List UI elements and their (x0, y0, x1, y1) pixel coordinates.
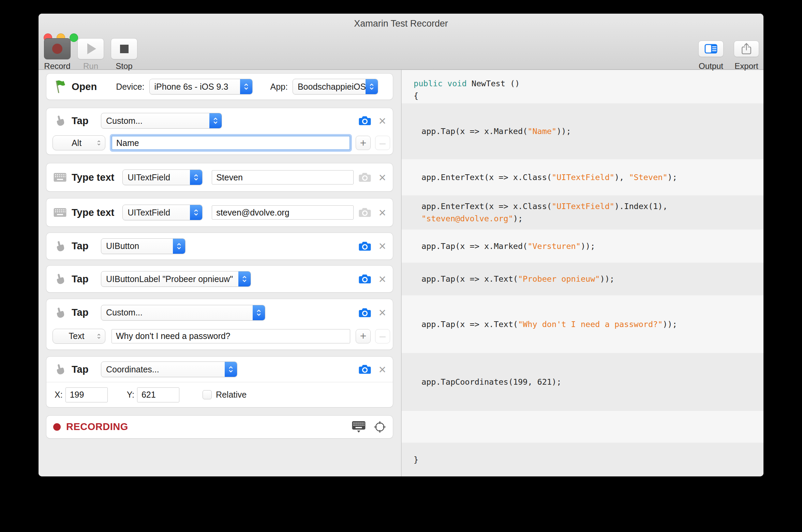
remove-predicate-button[interactable]: – (375, 329, 390, 343)
type-text-value-input[interactable] (212, 170, 354, 184)
record-label: Record (44, 61, 70, 71)
tap-buttonlabel-selector-select[interactable]: UIButtonLabel "Probeer opnieuw" (101, 271, 251, 287)
tap-text-card: Tap Custom... (46, 299, 393, 350)
code-band-type-email: app.EnterText(x => x.Class("UITextField"… (402, 195, 763, 230)
toolbar-right: Output Export (698, 38, 759, 71)
tap-hand-icon (53, 363, 67, 375)
code-band-tap-name: app.Tap(x => x.Marked("Name")); (402, 103, 763, 159)
flag-icon (53, 80, 67, 93)
delete-step-button[interactable]: × (378, 240, 386, 252)
screenshot-camera-button[interactable] (359, 308, 371, 318)
code-band-tap-coords: app.TapCoordinates(199, 621); (402, 353, 763, 411)
run-button[interactable] (77, 38, 104, 59)
stepper-arrows-icon (190, 170, 202, 185)
delete-step-button[interactable]: × (378, 206, 386, 219)
open-step-card: Open Device: iPhone 6s - iOS 9.3 App: Bo… (46, 74, 393, 100)
content: Open Device: iPhone 6s - iOS 9.3 App: Bo… (39, 70, 763, 476)
tap-name-selector-select[interactable]: Custom... (101, 113, 222, 129)
code-band-tap-text: app.Tap(x => x.Text("Why don't I need a … (402, 295, 763, 353)
step-action-label: Tap (72, 115, 93, 127)
code-band-type-first: app.EnterText(x => x.Class("UITextField"… (402, 159, 763, 195)
step-row-tap-button: Tap UIButton × (39, 230, 763, 263)
screenshot-camera-button[interactable] (359, 364, 371, 374)
tap-button-card: Tap UIButton × (46, 233, 393, 260)
x-label: X: (55, 390, 63, 400)
screenshot-camera-button-disabled[interactable] (359, 207, 371, 218)
step-row-type-first: Type text UITextField (39, 159, 763, 195)
add-predicate-button[interactable]: + (356, 329, 371, 343)
stepper-arrows-icon (225, 362, 237, 377)
y-coordinate-input[interactable] (137, 387, 179, 402)
stop-icon (120, 45, 129, 53)
tap-buttonlabel-card: Tap UIButtonLabel "Probeer opnieuw" (46, 266, 393, 292)
stop-label: Stop (116, 61, 132, 71)
type-first-card: Type text UITextField (46, 163, 393, 191)
step-action-label: Tap (72, 274, 93, 285)
stepper-arrows-icon (366, 79, 378, 94)
screenshot-camera-button[interactable] (359, 241, 371, 251)
step-row-tap-name: Tap Custom... (39, 103, 763, 159)
export-button[interactable] (734, 41, 759, 57)
remove-predicate-button[interactable]: – (375, 136, 390, 150)
delete-step-button[interactable]: × (378, 363, 386, 376)
step-row-open: Open Device: iPhone 6s - iOS 9.3 App: Bo… (39, 70, 763, 103)
stepper-arrows-icon (238, 271, 251, 286)
screenshot-camera-button-disabled[interactable] (359, 172, 371, 182)
step-action-label: Type text (72, 207, 114, 218)
delete-step-button[interactable]: × (378, 273, 386, 285)
tap-coords-selector-select[interactable]: Coordinates... (101, 361, 237, 377)
step-row-tap-buttonlabel: Tap UIButtonLabel "Probeer opnieuw" (39, 263, 763, 295)
keyboard-icon (53, 173, 67, 182)
window-title: Xamarin Test Recorder (39, 18, 763, 29)
device-select[interactable]: iPhone 6s - iOS 9.3 (149, 79, 253, 94)
tap-hand-icon (53, 307, 67, 319)
record-button[interactable] (44, 38, 71, 59)
step-action-label: Tap (72, 307, 93, 318)
export-label: Export (734, 61, 758, 71)
tap-button-selector-select[interactable]: UIButton (101, 238, 185, 254)
stepper-arrows-icon (209, 113, 222, 128)
tap-hand-icon (53, 273, 67, 285)
code-band-tap-button: app.Tap(x => x.Marked("Versturen")); (402, 230, 763, 263)
step-row-tap-text: Tap Custom... (39, 295, 763, 353)
type-email-selector-select[interactable]: UITextField (122, 205, 203, 220)
device-label: Device: (116, 82, 144, 92)
attribute-value-input[interactable] (112, 329, 350, 343)
stepper-arrows-icon (240, 79, 252, 94)
step-row-tap-coords: Tap Coordinates... (39, 353, 763, 411)
closing-row: } (39, 443, 763, 476)
step-row-type-email: Type text UITextField (39, 195, 763, 230)
tap-hand-icon (53, 115, 67, 127)
attribute-value-input[interactable] (112, 136, 350, 150)
tap-coords-card: Tap Coordinates... (46, 357, 393, 407)
recording-dot-icon (53, 423, 61, 431)
delete-step-button[interactable]: × (378, 171, 386, 184)
step-action-label: Type text (72, 172, 114, 183)
type-first-selector-select[interactable]: UITextField (122, 169, 203, 185)
tap-text-selector-select[interactable]: Custom... (101, 305, 265, 321)
y-label: Y: (127, 390, 134, 400)
stop-button[interactable] (111, 38, 137, 59)
screenshot-camera-button[interactable] (359, 274, 371, 284)
crosshair-target-button[interactable] (374, 421, 386, 433)
attribute-select[interactable]: Alt (53, 135, 105, 150)
delete-step-button[interactable]: × (378, 115, 386, 127)
type-email-card: Type text UITextField (46, 198, 393, 226)
screenshot-camera-button[interactable] (359, 116, 371, 126)
app-select[interactable]: BoodschappieiOS [1… (293, 79, 378, 94)
code-band-tap-buttonlabel: app.Tap(x => x.Text("Probeer opnieuw")); (402, 263, 763, 295)
tap-name-card: Tap Custom... (46, 108, 393, 154)
type-text-value-input[interactable] (212, 205, 354, 220)
add-predicate-button[interactable]: + (356, 136, 371, 150)
recording-card: RECORDING (46, 416, 393, 438)
keyboard-toggle-button[interactable] (352, 421, 366, 433)
x-coordinate-input[interactable] (65, 387, 108, 402)
output-button[interactable] (698, 41, 724, 57)
run-label: Run (83, 61, 98, 71)
attribute-select[interactable]: Text (53, 329, 105, 344)
code-band-empty (402, 411, 763, 443)
relative-checkbox[interactable] (203, 390, 212, 399)
code-band-close: } (402, 443, 763, 476)
delete-step-button[interactable]: × (378, 306, 386, 319)
tap-hand-icon (53, 240, 67, 252)
